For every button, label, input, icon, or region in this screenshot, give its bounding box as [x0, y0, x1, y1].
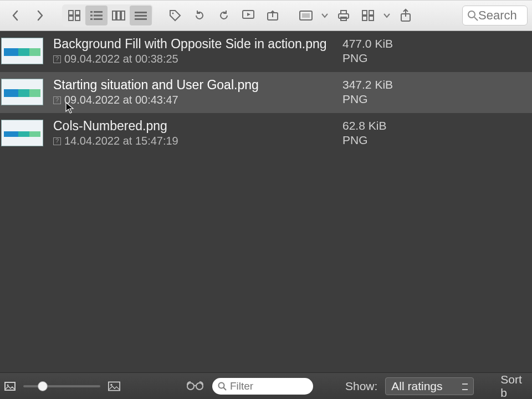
filter-field[interactable]	[212, 378, 313, 395]
search-icon	[218, 382, 227, 391]
file-thumbnail	[1, 38, 43, 64]
tag-button[interactable]	[164, 4, 186, 27]
preview-mode-icon[interactable]	[186, 377, 204, 395]
slideshow-button[interactable]	[237, 4, 259, 27]
svg-rect-27	[369, 16, 374, 21]
rotate-left-icon	[193, 9, 206, 22]
quicklook-button[interactable]	[295, 4, 317, 27]
file-name: Cols-Numbered.png	[53, 119, 332, 134]
file-row[interactable]: Cols-Numbered.png ? 14.04.2022 at 15:47:…	[0, 113, 532, 154]
zoom-slider-knob[interactable]	[38, 381, 48, 391]
file-name: Background Fill with Opposite Side in ac…	[53, 37, 332, 52]
view-gallery-button[interactable]	[130, 6, 152, 25]
arrange-dropdown[interactable]	[381, 12, 392, 19]
file-type: PNG	[342, 134, 525, 147]
picture-small-icon	[4, 382, 16, 391]
file-date: 09.04.2022 at 00:43:47	[64, 94, 178, 106]
print-button[interactable]	[332, 4, 355, 27]
rotate-right-button[interactable]	[213, 4, 235, 27]
back-button[interactable]	[4, 4, 27, 27]
view-mode-group	[62, 4, 153, 27]
open-button[interactable]	[262, 4, 284, 27]
picture-large-icon	[108, 381, 120, 392]
printer-icon	[336, 9, 351, 22]
svg-rect-6	[90, 15, 93, 17]
slideshow-icon	[242, 9, 255, 22]
search-input[interactable]	[478, 8, 523, 23]
bottom-toolbar: Show: All ratings Sort b	[0, 372, 532, 399]
svg-rect-11	[117, 11, 120, 20]
svg-line-38	[223, 387, 226, 390]
search-icon	[467, 10, 478, 21]
svg-rect-31	[5, 382, 15, 390]
chevron-down-icon	[383, 12, 391, 19]
file-size: 347.2 KiB	[342, 78, 525, 91]
gallery-list-icon	[134, 11, 147, 21]
svg-point-37	[218, 382, 224, 388]
svg-point-35	[187, 383, 194, 390]
svg-rect-5	[94, 11, 103, 13]
svg-rect-8	[90, 18, 93, 20]
file-row[interactable]: Starting situation and User Goal.png ? 0…	[0, 72, 532, 113]
svg-rect-12	[121, 11, 125, 20]
svg-rect-24	[362, 11, 367, 15]
rotate-left-button[interactable]	[188, 4, 211, 27]
file-size: 62.8 KiB	[342, 119, 525, 132]
quicklook-dropdown[interactable]	[319, 12, 330, 19]
svg-rect-20	[302, 13, 310, 18]
list-icon	[90, 11, 103, 21]
tag-icon	[168, 9, 182, 22]
open-icon	[266, 9, 279, 22]
sort-label: Sort b	[500, 373, 528, 400]
chevron-left-icon	[11, 9, 21, 22]
view-columns-button[interactable]	[108, 6, 130, 25]
show-label: Show:	[345, 380, 377, 393]
svg-rect-0	[69, 11, 73, 15]
share-button[interactable]	[395, 4, 417, 27]
metadata-missing-icon: ?	[53, 55, 61, 63]
svg-rect-3	[75, 16, 80, 21]
svg-rect-22	[341, 11, 346, 14]
svg-rect-15	[135, 18, 147, 20]
thumbnail-large-icon[interactable]	[108, 380, 120, 392]
file-size: 477.0 KiB	[342, 37, 525, 50]
rotate-right-icon	[217, 9, 231, 22]
forward-button[interactable]	[29, 4, 51, 27]
file-list: Background Fill with Opposite Side in ac…	[0, 31, 532, 154]
file-thumbnail	[1, 79, 43, 105]
svg-point-36	[196, 383, 203, 390]
glasses-icon	[186, 380, 204, 391]
file-row[interactable]: Background Fill with Opposite Side in ac…	[0, 31, 532, 72]
arrange-button[interactable]	[357, 4, 379, 27]
file-date: 09.04.2022 at 00:38:25	[64, 53, 178, 65]
file-thumbnail	[1, 120, 43, 146]
arrange-icon	[362, 10, 374, 21]
svg-rect-2	[69, 16, 73, 21]
file-date: 14.04.2022 at 15:47:19	[64, 135, 178, 147]
file-type: PNG	[342, 93, 525, 106]
chevron-down-icon	[321, 12, 329, 19]
search-field[interactable]	[462, 6, 528, 25]
svg-rect-14	[135, 15, 147, 17]
svg-rect-10	[112, 11, 116, 20]
view-list-button[interactable]	[85, 6, 108, 25]
ratings-select[interactable]: All ratings	[385, 377, 474, 395]
svg-rect-13	[135, 12, 147, 13]
columns-icon	[112, 11, 125, 21]
svg-rect-26	[362, 16, 367, 21]
thumbnail-small-icon[interactable]	[4, 380, 16, 392]
top-toolbar	[0, 0, 532, 31]
svg-point-16	[172, 13, 174, 14]
file-type: PNG	[342, 52, 525, 65]
filter-input[interactable]	[230, 380, 308, 392]
svg-rect-33	[109, 382, 120, 390]
file-name: Starting situation and User Goal.png	[53, 78, 332, 93]
metadata-missing-icon: ?	[53, 96, 61, 104]
svg-line-30	[474, 17, 478, 21]
svg-rect-7	[94, 15, 103, 17]
zoom-slider[interactable]	[23, 385, 100, 387]
svg-rect-25	[369, 11, 374, 15]
svg-rect-4	[90, 11, 93, 13]
svg-point-29	[468, 11, 475, 18]
view-icon-grid-button[interactable]	[63, 6, 85, 25]
